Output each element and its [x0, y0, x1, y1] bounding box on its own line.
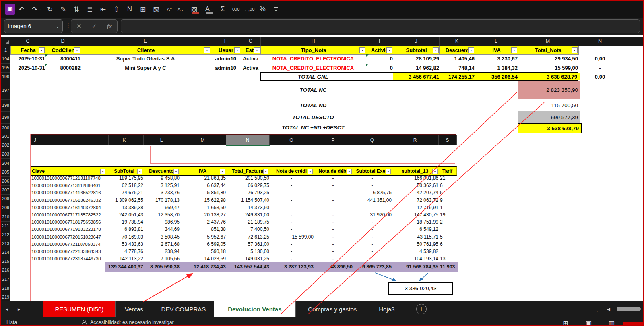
refresh-icon[interactable]: ↻ [45, 4, 55, 15]
row-header-213[interactable]: 213 [1, 239, 10, 248]
column-header-E[interactable]: E [80, 37, 211, 46]
more-icon[interactable]: ⋮ [594, 305, 601, 313]
total-gnl-total[interactable]: 3 638 628,79 [518, 73, 580, 80]
undo-icon[interactable]: ↶⌄ [18, 4, 29, 15]
thousands-icon[interactable]: 000 [231, 4, 241, 15]
row-header-197[interactable]: 197 [1, 81, 10, 100]
cell-194-descuento[interactable]: 1 405,46 [439, 54, 477, 63]
cell-195-estado[interactable]: Activa [241, 63, 260, 72]
decimal-decrease-icon[interactable]: ←,00 [244, 4, 254, 15]
filter-dropdown-icon[interactable]: ▼ [511, 47, 517, 53]
cell-195-tipo[interactable]: NOTA_CREDITO_ELECTRONICA [260, 63, 366, 72]
row-header-200[interactable]: 200 [1, 123, 10, 132]
total-nd-value[interactable]: 115 700,50 [518, 99, 580, 111]
cell-194-fecha[interactable]: 2025-10-31 [10, 54, 47, 63]
filter-dropdown-icon[interactable]: ▼ [234, 47, 240, 53]
sum-icon[interactable]: Σ [217, 4, 228, 15]
select-all-corner[interactable] [1, 37, 10, 46]
cell-194-usuario[interactable]: admin10 [211, 54, 241, 63]
cell-195-usuario[interactable]: admin10 [211, 63, 241, 72]
column-header-C[interactable]: C [10, 37, 45, 46]
tab-devolucion-ventas[interactable]: Devolucion Ventas [214, 301, 295, 318]
tab-compras-y-gastos[interactable]: Compras y gastos [295, 301, 369, 317]
scrollbar-left-icon[interactable]: ◀ [607, 307, 610, 312]
total-final-value[interactable]: 3 638 628,79 [518, 123, 582, 133]
row-header-1[interactable]: 1 [1, 46, 10, 54]
column-header-D[interactable]: D [45, 37, 81, 46]
row-header-219[interactable]: 219 [1, 293, 10, 302]
borders-icon[interactable]: ⊞ [138, 4, 148, 15]
add-sheet-button[interactable]: + [416, 304, 427, 314]
tab-hoja3[interactable]: Hoja3 [369, 301, 404, 317]
row-header-204[interactable]: 204 [1, 158, 10, 168]
row-header-208[interactable]: 208 [1, 194, 10, 203]
cell-195-total[interactable]: 15 599,00 [518, 63, 580, 72]
row-header-210[interactable]: 210 [1, 212, 10, 221]
total-nc-label[interactable]: TOTAL NC [260, 85, 366, 94]
cell-195-iva[interactable]: 1 384,32 [475, 63, 520, 72]
cell-195-subtotal[interactable]: 14 962,82 [393, 63, 442, 72]
cell-194-cod[interactable]: 8000411 [45, 54, 83, 63]
tab-resumen-di50-[interactable]: RESUMEN (DI50) [43, 301, 115, 317]
format-painter-icon[interactable]: ✎ [58, 4, 68, 15]
row-header-196[interactable]: 196 [1, 72, 10, 81]
filter-dropdown-icon[interactable]: ▼ [359, 47, 365, 53]
column-header-L[interactable]: L [475, 37, 518, 46]
row-header-218[interactable]: 218 [1, 284, 10, 293]
cell-194-n[interactable]: 0,00 [578, 54, 622, 63]
row-header-195[interactable]: 195 [1, 63, 10, 73]
column-headers[interactable]: CDEFGHIJKLMN [1, 37, 643, 46]
row-header-205[interactable]: 205 [1, 168, 10, 177]
shape-fill-icon[interactable]: ▧ [151, 4, 161, 15]
redo-icon[interactable]: ↷⌄ [31, 4, 42, 15]
filter-dropdown-icon[interactable]: ▼ [74, 47, 80, 53]
filter-dropdown-icon[interactable]: ▼ [39, 47, 45, 53]
fill-color-icon[interactable]: ▨⌄ [191, 4, 201, 15]
row-header-209[interactable]: 209 [1, 203, 10, 212]
total-final-label[interactable]: TOTAL NC +ND +DESCT [260, 123, 366, 132]
row-header-203[interactable]: 203 [1, 150, 10, 159]
filter-dropdown-icon[interactable]: ▼ [254, 47, 260, 53]
page-break-view-icon[interactable]: ▥ [609, 319, 615, 326]
row-header-201[interactable]: 201 [1, 132, 10, 141]
bold-icon[interactable]: N [124, 4, 135, 15]
clear-rows-icon[interactable]: ≣ [85, 4, 95, 15]
cell-194-cliente[interactable]: Super Todo Ofertas S.A [80, 54, 211, 63]
align-distribute-icon[interactable]: ⇅ [71, 4, 82, 15]
total-nd-label[interactable]: TOTAL ND [260, 101, 366, 110]
filter-dropdown-icon[interactable]: ▼ [572, 47, 578, 53]
total-gnl-descuento[interactable]: 174 255,17 [439, 73, 477, 80]
cancel-icon[interactable]: ✕ [76, 23, 82, 30]
filter-dropdown-icon[interactable]: ▼ [386, 47, 392, 53]
tab-dev-compras[interactable]: DEV COMPRAS [153, 301, 214, 317]
total-gnl-label[interactable]: TOTAL GNL [260, 72, 366, 81]
cell-195-cliente[interactable]: Mini Super A y C [80, 63, 211, 72]
indent-decrease-icon[interactable]: ⇤ [98, 4, 108, 15]
row-header-199[interactable]: 199 [1, 111, 10, 124]
tab-scroll-next-icon[interactable]: ► [13, 301, 25, 317]
row-header-198[interactable]: 198 [1, 99, 10, 112]
total-gnl-n[interactable]: 0,00 [578, 72, 622, 81]
row-header-212[interactable]: 212 [1, 230, 10, 239]
normal-view-icon[interactable]: ⊞ [563, 319, 568, 326]
font-decrease-icon[interactable]: A⌄⌄ [178, 4, 188, 15]
row-header-211[interactable]: 211 [1, 221, 10, 230]
row-header-202[interactable]: 202 [1, 141, 10, 150]
accept-icon[interactable]: ✓ [92, 23, 97, 30]
column-header-K[interactable]: K [439, 37, 475, 46]
row-headers[interactable]: 1194195196197198199200201202203204205206… [1, 46, 10, 301]
name-box[interactable]: Imagen 6 ⌄ [4, 19, 63, 33]
cell-194-iva[interactable]: 3 230,67 [475, 54, 520, 63]
column-header-J[interactable]: J [393, 37, 440, 46]
cell-195-fecha[interactable]: 2025-10-31 [10, 63, 47, 72]
cell-195-cod[interactable]: 8000282 [45, 63, 83, 72]
total-nc-value[interactable]: 2 823 350,90 [518, 81, 580, 99]
page-layout-view-icon[interactable]: ▣ [586, 319, 592, 326]
save-icon[interactable]: ▣ [5, 4, 15, 15]
percent-icon[interactable]: % [257, 4, 268, 15]
column-header-H[interactable]: H [260, 37, 366, 46]
total-gnl-iva[interactable]: 356 206,54 [475, 73, 520, 80]
horizontal-scrollbar-thumb[interactable] [617, 307, 641, 311]
cell-194-total[interactable]: 29 934,50 [518, 54, 580, 63]
filter-dropdown-icon[interactable]: ▼ [204, 47, 210, 53]
